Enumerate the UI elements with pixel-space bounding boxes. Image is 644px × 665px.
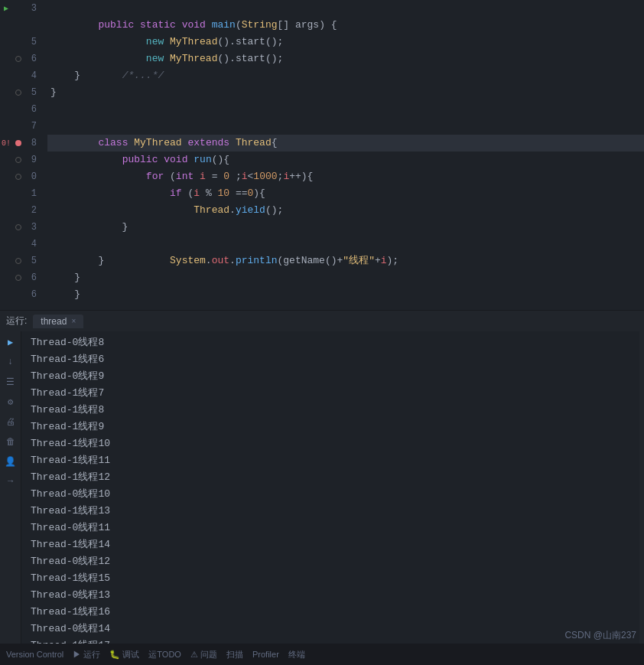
line-number: 3 (24, 3, 43, 14)
output-line: Thread-1线程10 (21, 435, 639, 452)
status-bar: Version Control ▶ 运行 🐛 调试 运TODO ⚠ 问题 扫描 … (0, 644, 644, 665)
run-icon-empty (0, 36, 12, 48)
settings-icon[interactable]: ⚙ (3, 394, 18, 409)
output-line: Thread-1线程8 (21, 402, 639, 419)
line-number: 4 (24, 239, 43, 249)
scrollbar[interactable] (639, 331, 644, 665)
run-icon-empty (0, 288, 12, 301)
output-line: Thread-1线程12 (21, 469, 639, 486)
breakpoint-empty[interactable] (12, 154, 24, 166)
status-problems[interactable]: ⚠ 问题 (190, 649, 217, 660)
output-line: Thread-1线程7 (21, 385, 639, 402)
run-icon-empty (0, 86, 12, 99)
run-icon-empty (0, 70, 12, 82)
breakpoint-empty[interactable] (12, 86, 24, 99)
breakpoint-area[interactable] (12, 70, 24, 82)
line-number: 0 (24, 171, 43, 182)
breakpoint-empty[interactable] (12, 53, 24, 65)
breakpoint-empty[interactable] (12, 272, 24, 284)
code-line (47, 101, 644, 118)
breakpoint-area[interactable] (12, 103, 24, 116)
print-icon[interactable]: 🖨 (3, 414, 18, 429)
run-icon[interactable]: ▶ (0, 2, 12, 15)
user-icon[interactable]: 👤 (3, 454, 18, 469)
output-line: Thread-1线程13 (21, 503, 639, 520)
breakpoint-filled[interactable] (12, 137, 24, 149)
line-number: 3 (24, 222, 43, 233)
line-number: 6 (24, 272, 43, 283)
line-number: 7 (24, 121, 43, 132)
code-line: } (47, 84, 644, 101)
down-arrow-icon[interactable]: ↓ (3, 354, 18, 370)
run-icon-empty (0, 19, 12, 31)
code-line: } (47, 269, 644, 286)
output-line: Thread-0线程10 (21, 486, 639, 503)
output-line: Thread-1线程14 (21, 536, 639, 553)
editor-area: ▶ 3 5 6 (0, 0, 644, 310)
breakpoint-area[interactable] (12, 36, 24, 48)
run-tab-name: thread (41, 316, 67, 327)
breakpoint-empty[interactable] (12, 255, 24, 267)
output-line: Thread-1线程9 (21, 419, 639, 435)
output-line: Thread-0线程12 (21, 553, 639, 570)
code-line: class MyThread extends Thread{ (47, 118, 644, 135)
trash-icon[interactable]: 🗑 (3, 434, 18, 449)
output-line: Thread-0线程13 (21, 587, 639, 604)
output-sidebar: ▶ ↓ ☰ ⚙ 🖨 🗑 👤 → (0, 331, 21, 665)
run-icon-empty (0, 120, 12, 132)
tab-close-button[interactable]: × (71, 317, 76, 325)
output-line: Thread-0线程11 (21, 520, 639, 536)
output-line: Thread-0线程14 (21, 621, 639, 637)
line-number: 2 (24, 205, 43, 216)
run-icon-empty (0, 204, 12, 217)
line-number: 6 (24, 104, 43, 115)
run-active-icon[interactable]: 0! (0, 137, 12, 149)
output-line: Thread-1线程15 (21, 570, 639, 587)
output-line: Thread-0线程9 (21, 368, 639, 385)
arrow-right-icon[interactable]: → (3, 474, 18, 489)
breakpoint-area[interactable] (12, 204, 24, 217)
line-gutter: ▶ 3 5 6 (0, 0, 47, 310)
menu-icon[interactable]: ☰ (3, 374, 18, 390)
status-scan[interactable]: 扫描 (226, 649, 243, 660)
status-todo[interactable]: 运TODO (148, 649, 181, 660)
breakpoint-empty[interactable] (12, 171, 24, 183)
output-line: Thread-0线程8 (21, 334, 639, 351)
code-line: } (47, 286, 644, 303)
output-content[interactable]: Thread-0线程8 Thread-1线程6 Thread-0线程9 Thre… (21, 331, 639, 665)
run-bar: 运行: thread × (0, 310, 644, 331)
status-version-control[interactable]: Version Control (6, 650, 63, 659)
line-number: 6 (24, 289, 43, 300)
output-line: Thread-1线程11 (21, 452, 639, 469)
code-content: public static void main(String[] args) {… (47, 0, 644, 310)
status-terminal[interactable]: 终端 (288, 649, 305, 660)
run-icon-empty (0, 171, 12, 183)
breakpoint-area[interactable] (12, 288, 24, 301)
breakpoint-area[interactable] (12, 2, 24, 15)
line-number: 5 (24, 37, 43, 47)
line-number: 9 (24, 155, 43, 165)
breakpoint-area[interactable] (12, 187, 24, 200)
run-sidebar-icon[interactable]: ▶ (3, 334, 18, 350)
run-icon-empty (0, 53, 12, 65)
line-number: 5 (24, 256, 43, 266)
breakpoint-area[interactable] (12, 238, 24, 250)
status-debug[interactable]: 🐛 调试 (109, 649, 139, 660)
line-number: 1 (24, 188, 43, 199)
line-number: 6 (24, 54, 43, 64)
run-icon-empty (0, 154, 12, 166)
code-line: } (47, 219, 644, 236)
status-run[interactable]: ▶ 运行 (73, 649, 100, 660)
run-tab[interactable]: thread × (33, 315, 83, 328)
output-panel: ▶ ↓ ☰ ⚙ 🖨 🗑 👤 → Thread-0线程8 Thread-1线程6 … (0, 331, 644, 665)
code-line: public static void main(String[] args) { (47, 0, 644, 17)
line-number: 5 (24, 87, 43, 98)
run-icon-empty (0, 272, 12, 284)
breakpoint-empty[interactable] (12, 221, 24, 233)
line-number: 8 (24, 138, 43, 148)
run-label: 运行: (6, 315, 27, 328)
status-profiler[interactable]: Profiler (252, 650, 279, 659)
breakpoint-area[interactable] (12, 19, 24, 31)
breakpoint-area[interactable] (12, 120, 24, 132)
run-icon-empty (0, 238, 12, 250)
